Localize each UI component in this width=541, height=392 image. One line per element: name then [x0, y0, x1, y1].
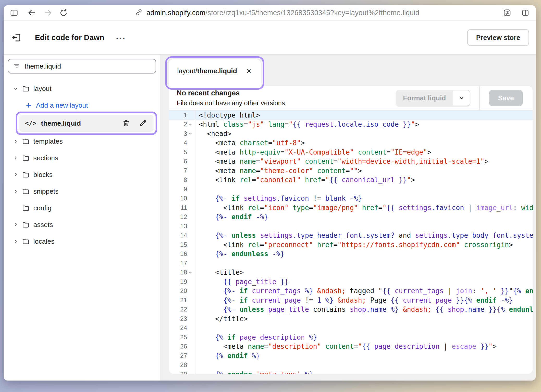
editor-workspace: layout/theme.liquid × No recent changes … [161, 55, 536, 381]
code-line-21[interactable]: 21 {%- if current_page != 1 %} &ndash; P… [169, 296, 533, 305]
line-number: 17 [180, 260, 187, 267]
back-button-icon[interactable] [26, 7, 38, 19]
code-line-1[interactable]: 1<!doctype html> [169, 111, 533, 120]
line-number: 12 [180, 213, 187, 220]
line-gutter: 21 [169, 296, 195, 305]
code-line-16[interactable]: 16 {%- endunless -%} [169, 249, 533, 259]
address-bar[interactable]: admin.shopify.com/store/rzq1xu-f5/themes… [135, 8, 419, 17]
search-input[interactable] [24, 62, 151, 70]
fold-arrow-icon[interactable] [187, 122, 193, 127]
code-line-9[interactable]: 9 [169, 185, 533, 194]
chevron-right-icon[interactable] [13, 238, 19, 244]
code-line-22[interactable]: 22 {%- unless page_title contains shop.n… [169, 305, 533, 314]
tree-folder-sections[interactable]: sections [8, 150, 156, 166]
code-line-2[interactable]: 2<html class="js" lang="{{ request.local… [169, 120, 533, 129]
file-search[interactable] [8, 59, 156, 74]
url-path: /store/rzq1xu-f5/themes/132683530345?key… [206, 9, 420, 17]
editor-toolbar: No recent changes File does not have any… [169, 86, 533, 111]
code-line-18[interactable]: 18 <title> [169, 268, 533, 277]
tree-label: snippets [33, 187, 59, 195]
browser-settings-icon[interactable] [501, 7, 513, 19]
code-line-26[interactable]: 26 <meta name="description" content="{{ … [169, 342, 533, 351]
tree-folder-blocks[interactable]: blocks [8, 166, 156, 183]
code-text: </title> [195, 315, 248, 323]
code-line-8[interactable]: 8 <link rel="canonical" href="{{ canonic… [169, 175, 533, 185]
code-line-28[interactable]: 28 [169, 360, 533, 370]
more-actions-button[interactable]: ••• [116, 34, 126, 41]
code-text: {% if page_description %} [195, 333, 317, 341]
line-gutter: 20 [169, 286, 195, 296]
add-new-layout-button[interactable]: Add a new layout [8, 97, 156, 114]
line-number: 23 [180, 315, 187, 322]
chevron-right-icon[interactable] [13, 172, 19, 177]
code-line-4[interactable]: 4 <meta charset="utf-8"> [169, 138, 533, 148]
code-line-5[interactable]: 5 <meta http-equiv="X-UA-Compatible" con… [169, 148, 533, 157]
line-gutter: 29 [169, 370, 195, 374]
code-line-29[interactable]: 29 {% render 'meta-tags' %} [169, 370, 533, 374]
tree-file-theme.liquid[interactable]: </>theme.liquid [19, 115, 153, 132]
chevron-right-icon[interactable] [13, 188, 19, 194]
code-line-3[interactable]: 3 <head> [169, 129, 533, 138]
folder-icon [22, 237, 30, 245]
code-line-11[interactable]: 11 <link rel="icon" type="image/png" hre… [169, 203, 533, 212]
code-line-12[interactable]: 12 {%- endif -%} [169, 212, 533, 222]
trash-icon[interactable] [122, 119, 131, 128]
code-line-25[interactable]: 25 {% if page_description %} [169, 333, 533, 342]
folder-icon [22, 137, 30, 145]
tree-folder-assets[interactable]: assets [8, 216, 156, 233]
code-editor[interactable]: 1<!doctype html>2<html class="js" lang="… [169, 111, 533, 374]
tab-theme-liquid[interactable]: layout/theme.liquid × [169, 59, 261, 87]
format-liquid-button[interactable]: Format liquid [396, 90, 453, 106]
code-text: <link rel="canonical" href="{{ canonical… [195, 176, 415, 184]
status-title: No recent changes [177, 89, 285, 97]
tree-folder-templates[interactable]: templates [8, 133, 156, 150]
pencil-icon[interactable] [138, 119, 147, 128]
folder-icon [22, 187, 30, 195]
forward-button-icon[interactable] [42, 7, 54, 19]
fold-arrow-icon[interactable] [187, 270, 193, 275]
code-line-6[interactable]: 6 <meta name="viewport" content="width=d… [169, 157, 533, 166]
format-options-button[interactable] [453, 90, 470, 106]
status-subtitle: File does not have any other versions [177, 99, 285, 107]
save-button[interactable]: Save [489, 90, 523, 106]
code-line-19[interactable]: 19 {{ page_title }} [169, 277, 533, 286]
chevron-right-icon[interactable] [13, 222, 19, 228]
exit-icon[interactable] [10, 32, 22, 44]
tree-folder-locales[interactable]: locales [8, 233, 156, 250]
line-number: 21 [180, 297, 187, 304]
code-line-23[interactable]: 23 </title> [169, 314, 533, 323]
code-line-27[interactable]: 27 {% endif %} [169, 351, 533, 360]
code-line-7[interactable]: 7 <meta name="theme-color" content=""> [169, 166, 533, 175]
code-line-20[interactable]: 20 {%- if current_tags %} &ndash; tagged… [169, 286, 533, 296]
tree-folder-layout[interactable]: layout [8, 80, 156, 97]
reload-icon[interactable] [58, 7, 69, 19]
line-gutter: 17 [169, 259, 195, 268]
tree-folder-snippets[interactable]: snippets [8, 183, 156, 200]
close-icon[interactable]: × [247, 67, 251, 75]
line-number: 27 [180, 352, 187, 359]
chevron-down-icon[interactable] [13, 86, 19, 91]
tree-folder-config[interactable]: config [8, 200, 156, 216]
line-number: 19 [180, 278, 187, 285]
code-text: {%- if current_tags %} &ndash; tagged "{… [195, 287, 533, 295]
code-text: {%- endif -%} [195, 213, 268, 221]
tree-label: blocks [33, 171, 53, 179]
folder-icon [22, 221, 30, 229]
tree-label: config [33, 204, 51, 212]
code-line-24[interactable]: 24 [169, 323, 533, 333]
split-view-icon[interactable] [520, 7, 531, 19]
chevron-right-icon[interactable] [13, 155, 19, 161]
line-gutter: 13 [169, 222, 195, 231]
line-number: 28 [180, 361, 187, 369]
code-line-15[interactable]: 15 <link rel="preconnect" href="https://… [169, 240, 533, 249]
chevron-right-icon[interactable] [13, 138, 19, 144]
preview-store-button[interactable]: Preview store [467, 29, 529, 46]
fold-arrow-icon[interactable] [187, 131, 193, 136]
code-text: <link rel="icon" type="image/png" href="… [195, 204, 533, 212]
line-gutter: 12 [169, 212, 195, 222]
code-line-10[interactable]: 10 {%- if settings.favicon != blank -%} [169, 194, 533, 203]
code-line-17[interactable]: 17 [169, 259, 533, 268]
code-line-14[interactable]: 14 {%- unless settings.type_header_font.… [169, 231, 533, 240]
code-line-13[interactable]: 13 [169, 222, 533, 231]
sidebar-toggle-icon[interactable] [8, 7, 20, 19]
